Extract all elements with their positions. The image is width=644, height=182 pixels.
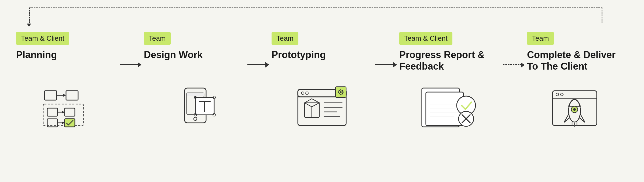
title-design-work: Design Work (144, 49, 203, 60)
icon-complete-deliver (523, 83, 628, 128)
icon-design-work (143, 83, 248, 128)
steps-row: Team & Client Planning Team Design Work … (16, 32, 628, 80)
badge-progress-report: Team & Client (399, 32, 452, 45)
svg-rect-4 (66, 91, 78, 100)
svg-point-17 (194, 117, 197, 120)
arrow-1 (117, 32, 144, 65)
svg-point-68 (556, 93, 559, 96)
step-design-work: Team Design Work (144, 32, 245, 69)
svg-rect-6 (47, 108, 57, 116)
title-planning: Planning (16, 49, 57, 60)
badge-design-work: Team (144, 32, 171, 45)
svg-line-40 (339, 94, 339, 94)
arrow-line-2 (247, 64, 269, 65)
svg-line-41 (342, 90, 343, 90)
badge-prototyping: Team (272, 32, 298, 45)
svg-rect-18 (187, 93, 204, 96)
icon-planning (16, 83, 121, 128)
workflow-container: Team & Client Planning Team Design Work … (0, 0, 644, 182)
title-complete-deliver: Complete & Deliver To The Client (527, 49, 628, 72)
arrow-line-3 (375, 64, 397, 65)
badge-complete-deliver: Team (527, 32, 554, 45)
svg-rect-1 (45, 91, 57, 100)
arrow-3 (372, 32, 399, 65)
svg-line-39 (342, 94, 343, 94)
svg-point-69 (561, 93, 563, 96)
svg-point-22 (194, 96, 197, 99)
step-progress-report: Team & Client Progress Report & Feedback (399, 32, 500, 80)
step-planning: Team & Client Planning (16, 32, 117, 69)
step-complete-deliver: Team Complete & Deliver To The Client (527, 32, 628, 80)
arrow-4 (500, 32, 527, 65)
feedback-loop-line (29, 7, 602, 23)
svg-point-72 (573, 108, 576, 111)
title-prototyping: Prototyping (272, 49, 326, 60)
step-prototyping: Team Prototyping (272, 32, 372, 69)
svg-point-30 (306, 92, 308, 94)
icon-prototyping (269, 83, 375, 128)
svg-rect-14 (65, 119, 75, 127)
svg-rect-9 (65, 108, 75, 116)
badge-planning: Team & Client (16, 32, 69, 45)
title-progress-report: Progress Report & Feedback (399, 49, 500, 72)
svg-point-29 (301, 92, 304, 94)
arrow-line-1 (120, 64, 141, 65)
svg-line-38 (339, 90, 339, 90)
feedback-arrow (26, 22, 32, 28)
dashed-arrow-line (503, 64, 524, 65)
icon-progress-report (396, 83, 501, 128)
svg-marker-0 (27, 24, 31, 27)
icons-row (16, 83, 628, 128)
svg-point-33 (340, 91, 342, 93)
arrow-2 (245, 32, 272, 65)
